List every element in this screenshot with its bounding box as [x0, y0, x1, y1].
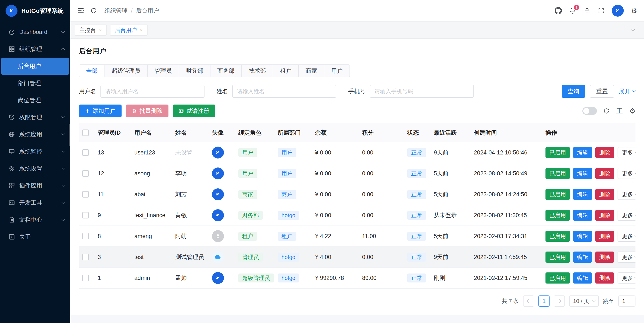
table-refresh-icon[interactable]	[603, 108, 610, 114]
notification-bell-icon[interactable]: 1	[569, 7, 576, 14]
sidebar-collapse-icon[interactable]	[77, 7, 84, 14]
sidebar-item-docs[interactable]: 文档中心	[0, 211, 70, 228]
tab-backend-users[interactable]: 后台用户 ×	[110, 25, 148, 36]
refresh-icon[interactable]	[90, 8, 97, 14]
enabled-button[interactable]: 已启用	[546, 251, 570, 263]
sidebar-item-about[interactable]: 关于	[0, 228, 70, 245]
reset-button[interactable]: 重置	[590, 85, 614, 98]
settings-gear-icon[interactable]: ⚙	[631, 7, 637, 14]
add-user-button[interactable]: 添加用户	[79, 105, 122, 117]
row-checkbox[interactable]	[82, 254, 89, 260]
sidebar-item-positions[interactable]: 岗位管理	[0, 92, 70, 109]
role-tag: 用户	[238, 169, 257, 178]
sidebar-item-departments[interactable]: 部门管理	[0, 75, 70, 92]
edit-button[interactable]: 编辑	[573, 231, 592, 242]
sidebar-item-dashboard[interactable]: Dashboard	[0, 24, 70, 41]
sidebar-item-apps[interactable]: 系统应用	[0, 126, 70, 143]
filter-tab-admin[interactable]: 管理员	[147, 65, 179, 77]
enabled-button[interactable]: 已启用	[546, 272, 570, 283]
notification-badge: 1	[573, 4, 580, 11]
enabled-button[interactable]: 已启用	[546, 210, 570, 221]
user-avatar[interactable]	[612, 5, 624, 17]
delete-button[interactable]: 删除	[596, 189, 614, 200]
more-button[interactable]: 更多	[618, 251, 636, 263]
edit-button[interactable]: 编辑	[573, 168, 592, 179]
edit-button[interactable]: 编辑	[573, 272, 592, 283]
filter-tab-tech[interactable]: 技术部	[242, 65, 273, 77]
row-checkbox[interactable]	[82, 149, 89, 156]
more-button[interactable]: 更多	[618, 168, 636, 179]
username-input[interactable]	[100, 85, 204, 98]
filter-tab-tenant[interactable]: 租户	[273, 65, 299, 77]
row-checkbox[interactable]	[82, 170, 89, 177]
close-icon[interactable]: ×	[140, 28, 143, 33]
invite-register-button[interactable]: 邀请注册	[173, 105, 216, 117]
more-button[interactable]: 更多	[618, 189, 636, 200]
edit-button[interactable]: 编辑	[573, 210, 592, 221]
breadcrumb-item[interactable]: 组织管理	[104, 7, 128, 15]
filter-tab-all[interactable]: 全部	[79, 65, 105, 77]
search-button[interactable]: 查询	[562, 85, 585, 98]
more-button[interactable]: 更多	[618, 272, 636, 283]
more-button[interactable]: 更多	[618, 147, 636, 158]
page-number-button[interactable]: 1	[538, 295, 550, 306]
tab-console[interactable]: 主控台 ×	[75, 25, 106, 36]
breadcrumb-item[interactable]: 后台用户	[136, 7, 159, 15]
role-tag: 管理员	[238, 253, 263, 261]
filter-tab-superadmin[interactable]: 超级管理员	[104, 65, 148, 77]
filter-tab-finance[interactable]: 财务部	[179, 65, 210, 77]
row-checkbox[interactable]	[82, 212, 89, 218]
delete-button[interactable]: 删除	[596, 272, 614, 283]
delete-button[interactable]: 删除	[596, 168, 614, 179]
enabled-button[interactable]: 已启用	[546, 147, 570, 158]
pagination-total: 共 7 条	[502, 297, 519, 305]
delete-button[interactable]: 删除	[596, 210, 614, 221]
batch-delete-button[interactable]: 批量删除	[126, 105, 168, 117]
row-density-icon[interactable]: 工	[616, 108, 623, 114]
table-row: 3 test 测试管理员 管理员 hotgo ¥ 4.00 0.00 正常 9天…	[79, 247, 636, 267]
sidebar-item-org[interactable]: 组织管理	[0, 41, 70, 58]
status-badge: 正常	[407, 148, 426, 157]
next-page-button[interactable]	[554, 295, 565, 306]
phone-input[interactable]	[370, 85, 474, 98]
sidebar-item-backend-users[interactable]: 后台用户	[1, 58, 69, 75]
striped-toggle[interactable]	[582, 107, 597, 115]
sidebar-item-permissions[interactable]: 权限管理	[0, 109, 70, 126]
more-button[interactable]: 更多	[618, 210, 636, 221]
filter-tab-business[interactable]: 商务部	[210, 65, 242, 77]
row-checkbox[interactable]	[82, 233, 89, 239]
edit-button[interactable]: 编辑	[573, 189, 592, 200]
prev-page-button[interactable]	[523, 295, 534, 306]
column-settings-gear-icon[interactable]: ⚙	[629, 108, 636, 114]
expand-link[interactable]: 展开	[619, 88, 636, 95]
app-logo[interactable]: HotGo管理系统	[0, 0, 70, 22]
name-input[interactable]	[232, 85, 336, 98]
edit-button[interactable]: 编辑	[573, 251, 592, 263]
github-icon[interactable]	[555, 7, 562, 14]
delete-button[interactable]: 删除	[596, 147, 614, 158]
sidebar-item-settings[interactable]: 系统设置	[0, 160, 70, 177]
tabs-menu-chevron[interactable]	[627, 25, 640, 36]
filter-tab-user[interactable]: 用户	[324, 65, 350, 77]
enabled-button[interactable]: 已启用	[546, 168, 570, 179]
sidebar-item-monitor[interactable]: 系统监控	[0, 143, 70, 160]
enabled-button[interactable]: 已启用	[546, 231, 570, 242]
row-checkbox[interactable]	[82, 275, 89, 281]
filter-tab-merchant[interactable]: 商家	[298, 65, 324, 77]
row-checkbox[interactable]	[82, 191, 89, 198]
sidebar-scrollbar[interactable]	[69, 124, 70, 146]
edit-button[interactable]: 编辑	[573, 147, 592, 158]
page-size-select[interactable]: 10 / 页	[569, 295, 599, 306]
close-icon[interactable]: ×	[99, 28, 102, 33]
more-button[interactable]: 更多	[618, 231, 636, 242]
goto-page-input[interactable]	[618, 295, 636, 306]
select-all-checkbox[interactable]	[82, 130, 89, 136]
delete-button[interactable]: 删除	[596, 251, 614, 263]
sidebar-item-devtools[interactable]: 开发工具	[0, 194, 70, 211]
fullscreen-icon[interactable]	[598, 7, 604, 14]
sidebar-item-plugins[interactable]: 插件应用	[0, 177, 70, 194]
lock-screen-icon[interactable]	[584, 7, 590, 14]
status-badge: 正常	[407, 190, 426, 199]
enabled-button[interactable]: 已启用	[546, 189, 570, 200]
delete-button[interactable]: 删除	[596, 231, 614, 242]
